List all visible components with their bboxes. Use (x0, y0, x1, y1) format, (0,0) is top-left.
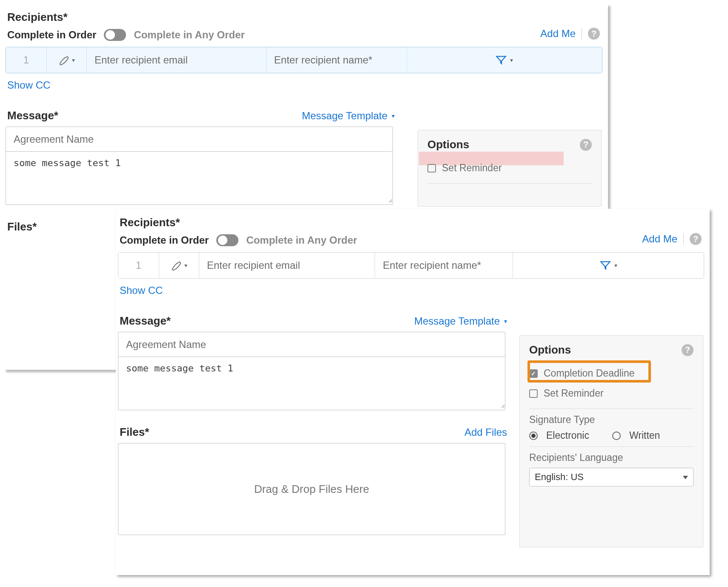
complete-in-order-label: Complete in Order (7, 29, 96, 41)
recipients-language-heading: Recipients' Language (529, 452, 694, 463)
complete-in-order-label: Complete in Order (120, 234, 209, 246)
show-cc-link[interactable]: Show CC (120, 285, 163, 296)
help-icon[interactable]: ? (690, 233, 702, 245)
delivery-picker[interactable]: ▾ (407, 47, 602, 73)
order-toggle[interactable] (104, 29, 126, 41)
set-reminder-checkbox[interactable] (427, 164, 436, 173)
show-cc-link[interactable]: Show CC (7, 79, 50, 91)
files-heading: Files* (120, 426, 149, 439)
chevron-down-icon: ▾ (184, 262, 187, 269)
options-title: Options (427, 138, 469, 151)
recipients-heading: Recipients* (7, 11, 602, 24)
recipient-row: 1 ▾ ▾ (118, 252, 704, 279)
message-heading: Message* (120, 314, 171, 328)
send-icon (600, 260, 611, 271)
role-picker[interactable]: ▾ (47, 47, 87, 73)
options-title: Options (529, 343, 571, 357)
recipient-name-input[interactable] (274, 54, 399, 66)
message-body-input[interactable]: some message test 1 (118, 357, 505, 408)
recipients-heading: Recipients* (120, 216, 704, 229)
agreement-name-input[interactable] (6, 127, 393, 152)
add-me-link[interactable]: Add Me (642, 233, 677, 245)
signature-type-heading: Signature Type (529, 414, 694, 426)
message-box: some message test 1 (118, 332, 505, 410)
complete-any-order-label: Complete in Any Order (246, 234, 357, 246)
recipient-email-input[interactable] (207, 259, 367, 271)
help-icon[interactable]: ? (588, 28, 600, 40)
message-template-link[interactable]: Message Template ▾ (302, 110, 395, 122)
agreement-name-input[interactable] (118, 332, 505, 357)
recipient-name-input[interactable] (383, 259, 505, 271)
chevron-down-icon: ▾ (614, 262, 617, 269)
options-panel: Options ? Completion Deadline Set Remind… (519, 335, 703, 547)
pen-icon (58, 54, 70, 66)
send-icon (496, 55, 507, 66)
signature-written-radio[interactable] (612, 432, 621, 440)
divider (427, 183, 592, 184)
signature-electronic-radio[interactable] (529, 432, 538, 440)
chevron-down-icon: ▾ (72, 57, 75, 63)
set-reminder-label: Set Reminder (442, 162, 502, 174)
separator (582, 28, 582, 39)
divider (529, 409, 694, 409)
chevron-down-icon: ▾ (510, 57, 513, 63)
recipient-number: 1 (118, 253, 159, 278)
completion-deadline-checkbox[interactable] (529, 369, 538, 378)
divider (529, 446, 694, 447)
message-box: some message test 1 (6, 127, 393, 205)
add-files-link[interactable]: Add Files (464, 426, 507, 438)
signature-written-label: Written (629, 430, 660, 441)
signature-electronic-label: Electronic (546, 430, 589, 441)
chevron-down-icon: ▾ (504, 318, 507, 325)
set-reminder-checkbox[interactable] (529, 389, 538, 398)
recipient-number: 1 (6, 47, 47, 73)
pen-icon (171, 259, 183, 271)
separator (683, 233, 684, 245)
delivery-picker[interactable]: ▾ (513, 253, 704, 278)
message-body-input[interactable]: some message test 1 (6, 152, 393, 203)
complete-any-order-label: Complete in Any Order (134, 29, 244, 41)
help-icon[interactable]: ? (682, 344, 694, 356)
recipient-row: 1 ▾ ▾ (6, 47, 602, 73)
role-picker[interactable]: ▾ (159, 253, 199, 278)
add-me-link[interactable]: Add Me (540, 28, 576, 40)
message-template-link[interactable]: Message Template ▾ (414, 315, 507, 327)
recipient-email-input[interactable] (95, 54, 258, 66)
message-heading: Message* (7, 109, 58, 122)
set-reminder-label: Set Reminder (544, 388, 604, 399)
help-icon[interactable]: ? (580, 139, 592, 151)
chevron-down-icon: ▾ (392, 112, 395, 119)
compose-panel-front: Recipients* Complete in Order Complete i… (116, 209, 710, 575)
language-select[interactable]: English: US (529, 468, 694, 486)
files-dropzone[interactable]: Drag & Drop Files Here (118, 443, 505, 535)
order-toggle[interactable] (216, 234, 238, 246)
completion-deadline-label: Completion Deadline (544, 368, 635, 379)
options-panel: Options ? Set Reminder (418, 130, 602, 207)
